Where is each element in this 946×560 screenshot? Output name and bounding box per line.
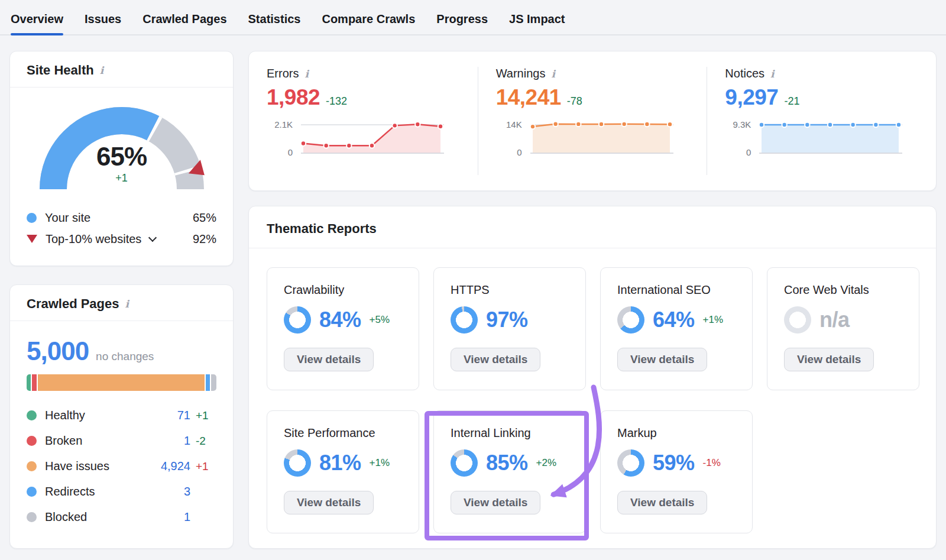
stat-chart: 2.1K0 [267,119,460,156]
tab-issues[interactable]: Issues [85,12,121,34]
view-details-button[interactable]: View details [284,491,374,514]
stat-notices: Noticesi9,297-219.3K0 [707,67,936,175]
info-icon[interactable]: i [770,68,774,80]
thematic-reports-body: Crawlability84%+5%View detailsHTTPS97%Vi… [249,248,936,552]
crawled-pages-body: 5,000 no changes Healthy71+1Broken1-2Hav… [10,321,233,544]
stat-number-row: 1,982-132 [267,85,460,110]
chart-y-axis: 14K0 [496,119,522,156]
crawled-pages-total: 5,000 [27,336,89,366]
thematic-score-row: 97% [451,306,569,334]
thematic-delta: +5% [370,314,390,326]
legend-label: Top-10% websites [46,232,141,246]
bar-segment-blocked [211,374,216,391]
thematic-card-international-seo: International SEO64%+1%View details [600,267,753,390]
score-donut-chart [451,449,478,477]
legend-count[interactable]: 3 [184,485,190,499]
legend-label: Blocked [45,510,87,524]
score-donut-chart [284,306,311,334]
tab-crawled-pages[interactable]: Crawled Pages [142,12,226,34]
y-tick-max: 14K [506,119,522,130]
score-donut-chart [617,306,644,334]
crawled-pages-legend: Healthy71+1Broken1-2Have issues4,924+1Re… [27,403,216,530]
thematic-card-internal-linking: Internal Linking85%+2%View details [433,410,586,533]
info-icon[interactable]: i [125,298,129,310]
thematic-score: n/a [819,307,850,332]
thematic-card-markup: Markup59%-1%View details [600,410,753,533]
legend-count[interactable]: 1 [184,434,190,448]
stat-value: 9,297 [725,85,778,110]
stat-errors: Errorsi1,982-1322.1K0 [249,67,478,175]
info-icon[interactable]: i [551,68,555,80]
legend-dot-icon [27,410,37,420]
left-column: Site Health i 65% +1 Your site65%Top-10%… [9,51,234,549]
thematic-reports-title: Thematic Reports [267,221,377,237]
site-health-title: Site Health [27,63,94,78]
thematic-card-title: HTTPS [451,283,569,297]
tab-statistics[interactable]: Statistics [248,12,301,34]
thematic-delta: +1% [703,314,724,326]
y-tick-zero: 0 [517,147,521,157]
crawled-pages-total-row: 5,000 no changes [27,336,216,366]
legend-count[interactable]: 71 [177,409,190,422]
chevron-down-icon[interactable] [148,234,157,242]
bar-segment-broken [32,374,37,391]
legend-item-top-10-websites[interactable]: Top-10% websites92% [27,228,216,250]
thematic-card-title: Crawlability [284,283,402,297]
legend-item-your-site: Your site65% [27,207,216,228]
legend-delta: -2 [190,435,216,448]
triangle-down-icon [27,235,37,243]
stat-warnings: Warningsi14,241-7814K0 [478,67,707,175]
tab-overview[interactable]: Overview [11,12,63,34]
view-details-button[interactable]: View details [617,491,707,514]
site-audit-overview-page: OverviewIssuesCrawled PagesStatisticsCom… [0,0,946,549]
legend-label: Your site [45,211,90,225]
thematic-reports-header: Thematic Reports [249,206,936,248]
stat-number-row: 14,241-78 [496,85,689,110]
stat-label: Warningsi [496,67,689,80]
stat-label-text: Warnings [496,67,546,80]
thematic-score: 84% [319,307,361,332]
site-health-legend: Your site65%Top-10% websites92% [27,207,216,250]
legend-label: Have issues [45,459,109,473]
tab-js-impact[interactable]: JS Impact [509,12,565,34]
thematic-card-crawlability: Crawlability84%+5%View details [267,267,419,390]
stats-row: Errorsi1,982-1322.1K0Warningsi14,241-781… [249,51,936,190]
legend-label: Broken [45,434,82,448]
view-details-button[interactable]: View details [451,491,540,514]
tab-progress[interactable]: Progress [436,12,488,34]
y-tick-zero: 0 [288,147,293,157]
bar-segment-have-issues [38,374,205,391]
stat-value: 1,982 [267,85,320,110]
legend-item-healthy: Healthy71+1 [27,403,216,428]
stat-label-text: Notices [725,67,764,80]
view-details-button[interactable]: View details [451,348,540,371]
chart-y-axis: 2.1K0 [267,119,293,156]
blue-dot-icon [27,213,37,223]
legend-count[interactable]: 4,924 [161,459,190,473]
trend-area-chart [757,119,902,156]
info-icon[interactable]: i [304,68,308,80]
stat-delta: -78 [567,95,582,108]
legend-dot-icon [27,461,37,471]
thematic-score: 64% [653,307,695,332]
legend-count[interactable]: 1 [184,510,190,524]
info-icon[interactable]: i [100,64,103,76]
thematic-card-site-performance: Site Performance81%+1%View details [267,410,419,533]
stat-number-row: 9,297-21 [725,85,918,110]
thematic-score: 59% [653,451,695,475]
trend-area-chart [528,119,673,156]
thematic-score-row: 85%+2% [451,449,569,477]
score-donut-chart [617,449,644,477]
view-details-button[interactable]: View details [617,348,707,371]
view-details-button[interactable]: View details [784,348,874,371]
thematic-card-title: Core Web Vitals [784,283,902,297]
legend-dot-icon [27,436,37,446]
thematic-score-row: 81%+1% [284,449,402,477]
site-health-gauge: 65% +1 [39,106,205,194]
site-health-header: Site Health i [10,51,233,88]
y-tick-zero: 0 [746,147,751,157]
site-health-score-delta: +1 [39,172,205,184]
issues-stats-card: Errorsi1,982-1322.1K0Warningsi14,241-781… [248,51,937,191]
tab-compare-crawls[interactable]: Compare Crawls [322,12,415,34]
view-details-button[interactable]: View details [284,348,374,371]
